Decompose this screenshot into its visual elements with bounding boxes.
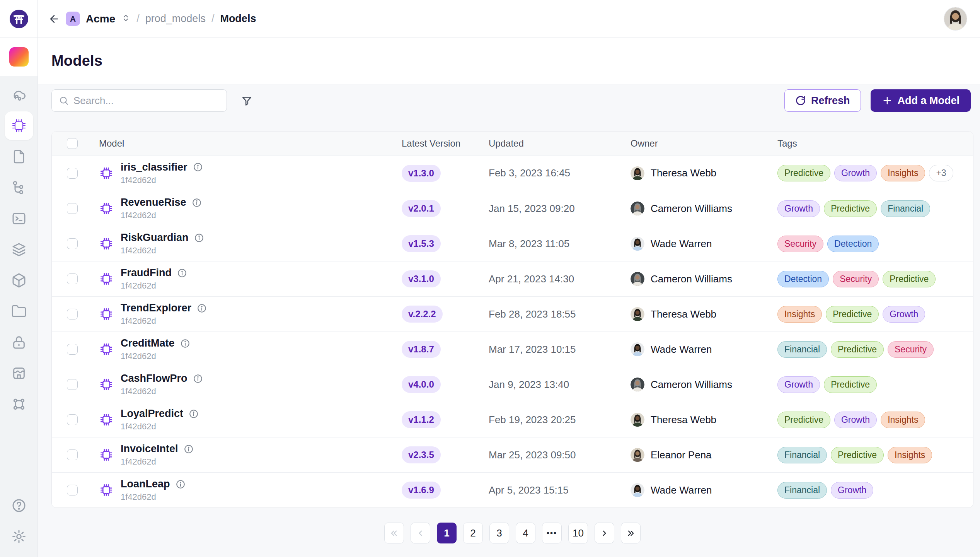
- tags-cell: PredictiveGrowthInsights: [777, 412, 973, 428]
- owner-cell: Cameron Williams: [631, 378, 777, 391]
- table-row[interactable]: FraudFind 1f42d62d v3.1.0 Apr 21, 2023 1…: [52, 261, 973, 296]
- arrow-left-icon: [48, 13, 60, 25]
- sidebar-item-terminal[interactable]: [5, 204, 33, 233]
- tag-predictive: Predictive: [824, 200, 877, 217]
- owner-name: Wade Warren: [651, 343, 712, 355]
- info-icon[interactable]: [189, 409, 199, 419]
- row-checkbox[interactable]: [67, 238, 78, 249]
- info-icon[interactable]: [194, 233, 204, 243]
- updated-timestamp: Feb 19, 2023 20:25: [489, 414, 631, 426]
- pagination-last-page[interactable]: [621, 523, 641, 543]
- sidebar-item-help[interactable]: [5, 491, 33, 520]
- info-icon[interactable]: [197, 303, 207, 313]
- tag-growth: Growth: [777, 376, 820, 393]
- info-icon[interactable]: [192, 198, 202, 208]
- tag-predictive: Predictive: [826, 306, 879, 323]
- owner-avatar: [631, 202, 644, 215]
- user-avatar[interactable]: [944, 7, 967, 30]
- table-row[interactable]: RiskGuardian 1f42d62d v1.5.3 Mar 8, 2023…: [52, 226, 973, 261]
- table-row[interactable]: iris_classifier 1f42d62d v1.3.0 Feb 3, 2…: [52, 155, 973, 191]
- back-button[interactable]: [48, 13, 60, 25]
- pagination-page-1[interactable]: 1: [437, 523, 457, 543]
- info-icon[interactable]: [193, 374, 203, 384]
- row-checkbox[interactable]: [67, 379, 78, 390]
- model-id: 1f42d62d: [121, 422, 199, 432]
- table-row[interactable]: InvoiceIntel 1f42d62d v2.3.5 Mar 25, 202…: [52, 437, 973, 472]
- row-checkbox[interactable]: [67, 485, 78, 495]
- owner-name: Theresa Webb: [651, 414, 716, 426]
- models-table: Model Latest Version Updated Owner Tags: [51, 131, 973, 508]
- refresh-button[interactable]: Refresh: [784, 89, 861, 112]
- pagination-next-page[interactable]: [595, 523, 614, 543]
- select-all-checkbox[interactable]: [67, 138, 78, 149]
- model-name: TrendExplorer: [121, 302, 191, 314]
- model-chip-icon: [99, 448, 114, 462]
- pagination-page-3[interactable]: 3: [489, 523, 509, 543]
- pagination-previous-page[interactable]: [411, 523, 430, 543]
- search-input[interactable]: [73, 95, 220, 107]
- model-cell: RiskGuardian 1f42d62d: [99, 232, 402, 256]
- sidebar-item-models[interactable]: [5, 111, 33, 140]
- sidebar-item-environments[interactable]: [5, 235, 33, 264]
- owner-name: Theresa Webb: [651, 167, 716, 179]
- sidebar-item-files[interactable]: [5, 297, 33, 326]
- lock-icon: [11, 335, 27, 350]
- sidebar-item-settings[interactable]: [5, 522, 33, 551]
- tag-overflow-count[interactable]: +3: [929, 165, 953, 181]
- sidebar-item-pipelines[interactable]: [5, 173, 33, 202]
- row-checkbox[interactable]: [67, 273, 78, 284]
- tags-cell: PredictiveGrowthInsights+3: [777, 165, 973, 181]
- filter-button[interactable]: [241, 95, 253, 107]
- pagination-first-page[interactable]: [384, 523, 404, 543]
- row-checkbox[interactable]: [67, 414, 78, 425]
- plus-icon: [882, 95, 893, 106]
- table-row[interactable]: CreditMate 1f42d62d v1.8.7 Mar 17, 2023 …: [52, 331, 973, 367]
- table-row[interactable]: LoanLeap 1f42d62d v1.6.9 Apr 5, 2023 15:…: [52, 472, 973, 507]
- pagination-ellipsis[interactable]: •••: [542, 523, 562, 543]
- sidebar-item-packages[interactable]: [5, 266, 33, 295]
- cube-icon: [11, 273, 27, 288]
- sidebar-item-frames[interactable]: [5, 390, 33, 419]
- info-icon[interactable]: [184, 444, 194, 454]
- table-row[interactable]: LoyalPredict 1f42d62d v1.1.2 Feb 19, 202…: [52, 402, 973, 437]
- workspace-gradient-icon[interactable]: [9, 47, 29, 67]
- pagination-page-10[interactable]: 10: [568, 523, 588, 543]
- table-row[interactable]: TrendExplorer 1f42d62d v.2.2.2 Feb 28, 2…: [52, 296, 973, 331]
- app-logo[interactable]: [10, 10, 28, 28]
- chevrons-up-down-icon[interactable]: [121, 13, 131, 24]
- sidebar-item-marketplace[interactable]: [5, 359, 33, 388]
- row-checkbox[interactable]: [67, 344, 78, 355]
- model-chip-icon: [99, 201, 114, 216]
- table-row[interactable]: CashFlowPro 1f42d62d v4.0.0 Jan 9, 2023 …: [52, 367, 973, 402]
- add-model-label: Add a Model: [898, 95, 960, 107]
- refresh-icon: [795, 95, 806, 106]
- version-badge: v.2.2.2: [402, 306, 443, 323]
- row-checkbox[interactable]: [67, 168, 78, 179]
- row-checkbox[interactable]: [67, 449, 78, 460]
- sidebar-item-secrets[interactable]: [5, 328, 33, 357]
- workspace-badge[interactable]: A: [66, 12, 80, 26]
- info-icon[interactable]: [176, 479, 186, 489]
- info-icon[interactable]: [180, 338, 190, 349]
- info-icon[interactable]: [193, 162, 203, 172]
- tags-cell: FinancialGrowth: [777, 482, 973, 499]
- pagination-page-4[interactable]: 4: [516, 523, 535, 543]
- model-chip-icon: [99, 236, 114, 251]
- owner-name: Cameron Williams: [651, 203, 732, 215]
- updated-timestamp: Mar 25, 2023 09:50: [489, 449, 631, 461]
- table-row[interactable]: RevenueRise 1f42d62d v2.0.1 Jan 15, 2023…: [52, 191, 973, 226]
- row-checkbox[interactable]: [67, 203, 78, 214]
- info-icon[interactable]: [177, 268, 187, 278]
- version-badge: v1.8.7: [402, 341, 441, 358]
- pagination-page-2[interactable]: 2: [463, 523, 483, 543]
- workspace-name[interactable]: Acme: [86, 13, 115, 25]
- breadcrumb-parent[interactable]: prod_models: [145, 13, 206, 25]
- model-cell: InvoiceIntel 1f42d62d: [99, 443, 402, 467]
- frame-icon: [11, 396, 27, 412]
- sidebar-item-documents[interactable]: [5, 142, 33, 171]
- row-checkbox[interactable]: [67, 309, 78, 320]
- owner-avatar: [631, 237, 644, 251]
- add-model-button[interactable]: Add a Model: [871, 89, 971, 112]
- model-cell: CreditMate 1f42d62d: [99, 337, 402, 361]
- sidebar-item-deployments[interactable]: [5, 80, 33, 109]
